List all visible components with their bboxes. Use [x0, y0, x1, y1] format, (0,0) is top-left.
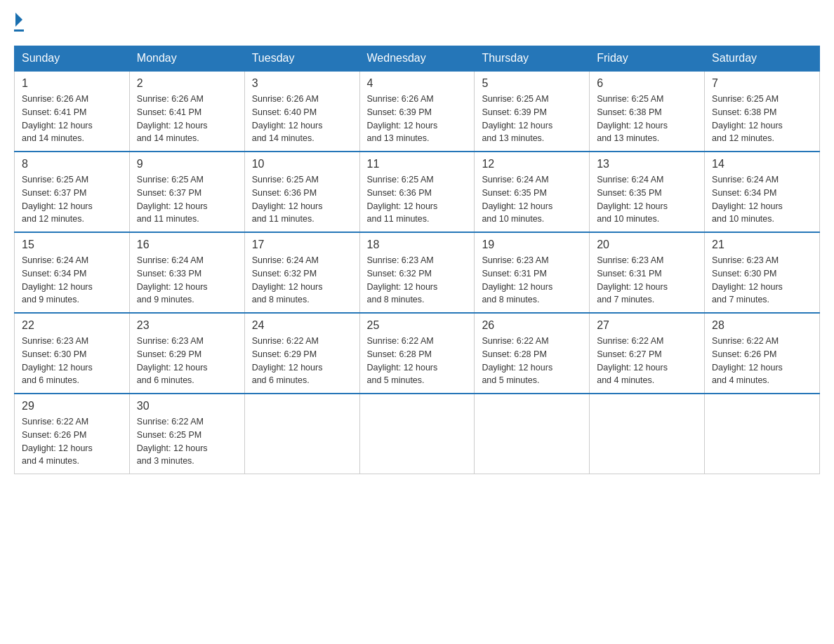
- calendar-week-row: 29 Sunrise: 6:22 AM Sunset: 6:26 PM Dayl…: [15, 394, 820, 474]
- calendar-cell: [475, 394, 590, 474]
- calendar-cell: 6 Sunrise: 6:25 AM Sunset: 6:38 PM Dayli…: [590, 71, 705, 152]
- day-info: Sunrise: 6:24 AM Sunset: 6:33 PM Dayligh…: [137, 254, 237, 307]
- calendar-cell: 25 Sunrise: 6:22 AM Sunset: 6:28 PM Dayl…: [359, 313, 475, 394]
- day-number: 30: [137, 400, 237, 412]
- day-number: 1: [22, 77, 122, 90]
- calendar-cell: 19 Sunrise: 6:23 AM Sunset: 6:31 PM Dayl…: [475, 232, 590, 313]
- day-info: Sunrise: 6:22 AM Sunset: 6:26 PM Dayligh…: [22, 415, 122, 468]
- column-header-tuesday: Tuesday: [244, 46, 359, 72]
- day-info: Sunrise: 6:25 AM Sunset: 6:39 PM Dayligh…: [482, 93, 582, 145]
- calendar-cell: 9 Sunrise: 6:25 AM Sunset: 6:37 PM Dayli…: [129, 152, 244, 232]
- calendar-cell: 28 Sunrise: 6:22 AM Sunset: 6:26 PM Dayl…: [705, 313, 820, 394]
- day-info: Sunrise: 6:23 AM Sunset: 6:31 PM Dayligh…: [482, 254, 582, 307]
- calendar-cell: 30 Sunrise: 6:22 AM Sunset: 6:25 PM Dayl…: [129, 394, 244, 474]
- column-header-friday: Friday: [590, 46, 705, 72]
- day-info: Sunrise: 6:24 AM Sunset: 6:35 PM Dayligh…: [482, 173, 582, 226]
- day-number: 21: [712, 239, 812, 251]
- page-header: [14, 14, 820, 32]
- day-number: 13: [597, 158, 697, 170]
- column-header-saturday: Saturday: [705, 46, 820, 72]
- calendar-cell: [590, 394, 705, 474]
- day-number: 8: [22, 158, 122, 170]
- day-info: Sunrise: 6:25 AM Sunset: 6:36 PM Dayligh…: [252, 173, 352, 226]
- calendar-cell: 14 Sunrise: 6:24 AM Sunset: 6:34 PM Dayl…: [705, 152, 820, 232]
- calendar-cell: 20 Sunrise: 6:23 AM Sunset: 6:31 PM Dayl…: [590, 232, 705, 313]
- calendar-cell: 5 Sunrise: 6:25 AM Sunset: 6:39 PM Dayli…: [475, 71, 590, 152]
- logo-triangle-icon: [15, 13, 22, 27]
- day-info: Sunrise: 6:23 AM Sunset: 6:30 PM Dayligh…: [712, 254, 812, 307]
- calendar-cell: 16 Sunrise: 6:24 AM Sunset: 6:33 PM Dayl…: [129, 232, 244, 313]
- day-number: 3: [252, 77, 352, 90]
- calendar-cell: [244, 394, 359, 474]
- day-info: Sunrise: 6:25 AM Sunset: 6:36 PM Dayligh…: [367, 173, 468, 226]
- day-info: Sunrise: 6:25 AM Sunset: 6:38 PM Dayligh…: [597, 93, 697, 145]
- column-header-thursday: Thursday: [475, 46, 590, 72]
- day-info: Sunrise: 6:26 AM Sunset: 6:41 PM Dayligh…: [22, 93, 122, 145]
- day-number: 27: [597, 319, 697, 332]
- calendar-cell: 17 Sunrise: 6:24 AM Sunset: 6:32 PM Dayl…: [244, 232, 359, 313]
- day-info: Sunrise: 6:22 AM Sunset: 6:25 PM Dayligh…: [137, 415, 237, 468]
- day-number: 6: [597, 77, 697, 90]
- day-number: 26: [482, 319, 582, 332]
- day-info: Sunrise: 6:24 AM Sunset: 6:32 PM Dayligh…: [252, 254, 352, 307]
- day-info: Sunrise: 6:23 AM Sunset: 6:30 PM Dayligh…: [22, 335, 122, 387]
- day-info: Sunrise: 6:25 AM Sunset: 6:37 PM Dayligh…: [22, 173, 122, 226]
- calendar-cell: 23 Sunrise: 6:23 AM Sunset: 6:29 PM Dayl…: [129, 313, 244, 394]
- calendar-cell: 3 Sunrise: 6:26 AM Sunset: 6:40 PM Dayli…: [244, 71, 359, 152]
- day-info: Sunrise: 6:22 AM Sunset: 6:26 PM Dayligh…: [712, 335, 812, 387]
- calendar-cell: 27 Sunrise: 6:22 AM Sunset: 6:27 PM Dayl…: [590, 313, 705, 394]
- calendar-cell: 26 Sunrise: 6:22 AM Sunset: 6:28 PM Dayl…: [475, 313, 590, 394]
- logo-underline: [14, 29, 24, 32]
- day-info: Sunrise: 6:25 AM Sunset: 6:38 PM Dayligh…: [712, 93, 812, 145]
- day-number: 28: [712, 319, 812, 332]
- calendar-cell: 22 Sunrise: 6:23 AM Sunset: 6:30 PM Dayl…: [15, 313, 130, 394]
- day-number: 15: [22, 239, 122, 251]
- calendar-week-row: 1 Sunrise: 6:26 AM Sunset: 6:41 PM Dayli…: [15, 71, 820, 152]
- day-info: Sunrise: 6:22 AM Sunset: 6:28 PM Dayligh…: [482, 335, 582, 387]
- calendar-cell: 12 Sunrise: 6:24 AM Sunset: 6:35 PM Dayl…: [475, 152, 590, 232]
- logo: [14, 14, 24, 32]
- day-info: Sunrise: 6:25 AM Sunset: 6:37 PM Dayligh…: [137, 173, 237, 226]
- calendar-cell: 21 Sunrise: 6:23 AM Sunset: 6:30 PM Dayl…: [705, 232, 820, 313]
- calendar-week-row: 15 Sunrise: 6:24 AM Sunset: 6:34 PM Dayl…: [15, 232, 820, 313]
- day-number: 9: [137, 158, 237, 170]
- day-number: 10: [252, 158, 352, 170]
- calendar-cell: 29 Sunrise: 6:22 AM Sunset: 6:26 PM Dayl…: [15, 394, 130, 474]
- column-header-wednesday: Wednesday: [359, 46, 475, 72]
- day-number: 18: [367, 239, 468, 251]
- day-number: 2: [137, 77, 237, 90]
- calendar-table: SundayMondayTuesdayWednesdayThursdayFrid…: [14, 46, 820, 474]
- column-header-monday: Monday: [129, 46, 244, 72]
- day-number: 17: [252, 239, 352, 251]
- day-info: Sunrise: 6:24 AM Sunset: 6:35 PM Dayligh…: [597, 173, 697, 226]
- calendar-cell: 15 Sunrise: 6:24 AM Sunset: 6:34 PM Dayl…: [15, 232, 130, 313]
- calendar-cell: 24 Sunrise: 6:22 AM Sunset: 6:29 PM Dayl…: [244, 313, 359, 394]
- calendar-cell: 4 Sunrise: 6:26 AM Sunset: 6:39 PM Dayli…: [359, 71, 475, 152]
- day-number: 14: [712, 158, 812, 170]
- day-info: Sunrise: 6:23 AM Sunset: 6:31 PM Dayligh…: [597, 254, 697, 307]
- day-number: 4: [367, 77, 468, 90]
- day-number: 7: [712, 77, 812, 90]
- calendar-week-row: 22 Sunrise: 6:23 AM Sunset: 6:30 PM Dayl…: [15, 313, 820, 394]
- day-number: 23: [137, 319, 237, 332]
- day-info: Sunrise: 6:26 AM Sunset: 6:40 PM Dayligh…: [252, 93, 352, 145]
- calendar-cell: 7 Sunrise: 6:25 AM Sunset: 6:38 PM Dayli…: [705, 71, 820, 152]
- day-number: 20: [597, 239, 697, 251]
- day-number: 11: [367, 158, 468, 170]
- calendar-week-row: 8 Sunrise: 6:25 AM Sunset: 6:37 PM Dayli…: [15, 152, 820, 232]
- calendar-header-row: SundayMondayTuesdayWednesdayThursdayFrid…: [15, 46, 820, 72]
- day-info: Sunrise: 6:22 AM Sunset: 6:27 PM Dayligh…: [597, 335, 697, 387]
- day-info: Sunrise: 6:23 AM Sunset: 6:32 PM Dayligh…: [367, 254, 468, 307]
- day-info: Sunrise: 6:23 AM Sunset: 6:29 PM Dayligh…: [137, 335, 237, 387]
- day-info: Sunrise: 6:26 AM Sunset: 6:41 PM Dayligh…: [137, 93, 237, 145]
- calendar-cell: [359, 394, 475, 474]
- calendar-cell: 1 Sunrise: 6:26 AM Sunset: 6:41 PM Dayli…: [15, 71, 130, 152]
- day-number: 16: [137, 239, 237, 251]
- calendar-cell: 8 Sunrise: 6:25 AM Sunset: 6:37 PM Dayli…: [15, 152, 130, 232]
- day-info: Sunrise: 6:26 AM Sunset: 6:39 PM Dayligh…: [367, 93, 468, 145]
- day-number: 5: [482, 77, 582, 90]
- calendar-cell: 2 Sunrise: 6:26 AM Sunset: 6:41 PM Dayli…: [129, 71, 244, 152]
- day-number: 12: [482, 158, 582, 170]
- calendar-cell: 13 Sunrise: 6:24 AM Sunset: 6:35 PM Dayl…: [590, 152, 705, 232]
- day-number: 29: [22, 400, 122, 412]
